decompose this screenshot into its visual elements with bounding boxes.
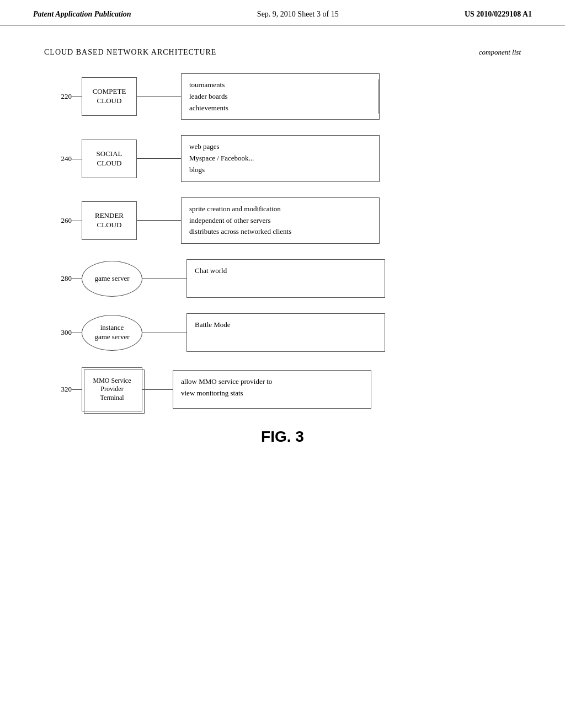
desc-line-220-2: achievements (189, 103, 371, 114)
desc-line-260-1: independent of other servers (189, 215, 371, 227)
desc-line-260-0: sprite creation and modification (189, 204, 371, 215)
desc-line-280-0: Chat world (195, 265, 377, 277)
desc-line-260-2: distributes across networked clients (189, 226, 371, 238)
connector-280 (142, 279, 186, 279)
diagram-title: CLOUD BASED NETWORK ARCHITECTURE (44, 48, 216, 57)
header-publication: Patent Application Publication (33, 10, 131, 19)
connector-220 (137, 97, 181, 97)
diagram-title-row: CLOUD BASED NETWORK ARCHITECTURE compone… (44, 48, 521, 57)
row-game-server: 280 game server Chat world (44, 259, 521, 298)
label-280: 280 (44, 274, 72, 283)
fig-label: FIG. 3 (44, 428, 521, 446)
row-instance-game-server: 300 instance game server Battle Mode (44, 313, 521, 352)
connector-260 (137, 220, 181, 221)
game-server-node: game server (82, 261, 142, 297)
desc-line-300-0: Battle Mode (195, 319, 377, 331)
desc-box-260: sprite creation and modification indepen… (181, 197, 380, 244)
component-list-label: component list (479, 48, 521, 57)
header-date-sheet: Sep. 9, 2010 Sheet 3 of 15 (257, 10, 339, 19)
row-compete-cloud: 220 COMPETE CLOUD tournaments leader boa… (44, 73, 521, 120)
desc-text-220: tournaments leader boards achievements (182, 74, 379, 119)
desc-box-280: Chat world (186, 259, 385, 298)
label-220: 220 (44, 92, 72, 101)
label-320: 320 (44, 385, 72, 394)
label-300: 300 (44, 328, 72, 337)
desc-box-240: web pages Myspace / Facebook... blogs (181, 135, 380, 181)
diagram-area: CLOUD BASED NETWORK ARCHITECTURE compone… (0, 26, 565, 468)
instance-game-server-node: instance game server (82, 315, 142, 351)
desc-box-320: allow MMO service provider to view monit… (173, 370, 371, 409)
page-container: Patent Application Publication Sep. 9, 2… (0, 0, 565, 728)
connector-320 (142, 389, 173, 390)
desc-box-300: Battle Mode (186, 313, 385, 352)
render-cloud-node: RENDER CLOUD (82, 201, 137, 240)
connector-240 (137, 158, 181, 159)
row-render-cloud: 260 RENDER CLOUD sprite creation and mod… (44, 197, 521, 244)
desc-line-220-0: tournaments (189, 79, 371, 91)
desc-line-240-1: Myspace / Facebook... (189, 153, 371, 164)
desc-line-240-0: web pages (189, 141, 371, 153)
compete-cloud-node: COMPETE CLOUD (82, 77, 137, 116)
label-240: 240 (44, 154, 72, 163)
label-260: 260 (44, 216, 72, 225)
page-header: Patent Application Publication Sep. 9, 2… (0, 0, 565, 26)
row-social-cloud: 240 SOCIAL CLOUD web pages Myspace / Fac… (44, 135, 521, 181)
social-cloud-node: SOCIAL CLOUD (82, 140, 137, 178)
connector-300 (142, 333, 186, 333)
desc-box-220: tournaments leader boards achievements (181, 73, 380, 120)
row-mmo-terminal: 320 MMO Service Provider Terminal allow … (44, 367, 521, 411)
header-patent-number: US 2010/0229108 A1 (465, 10, 532, 19)
desc-line-240-2: blogs (189, 164, 371, 176)
desc-line-320-1: view monitoring stats (181, 388, 363, 399)
desc-divider-220 (379, 79, 379, 114)
mmo-terminal-node: MMO Service Provider Terminal (82, 367, 142, 411)
desc-line-320-0: allow MMO service provider to (181, 376, 363, 388)
desc-line-220-1: leader boards (189, 91, 371, 103)
